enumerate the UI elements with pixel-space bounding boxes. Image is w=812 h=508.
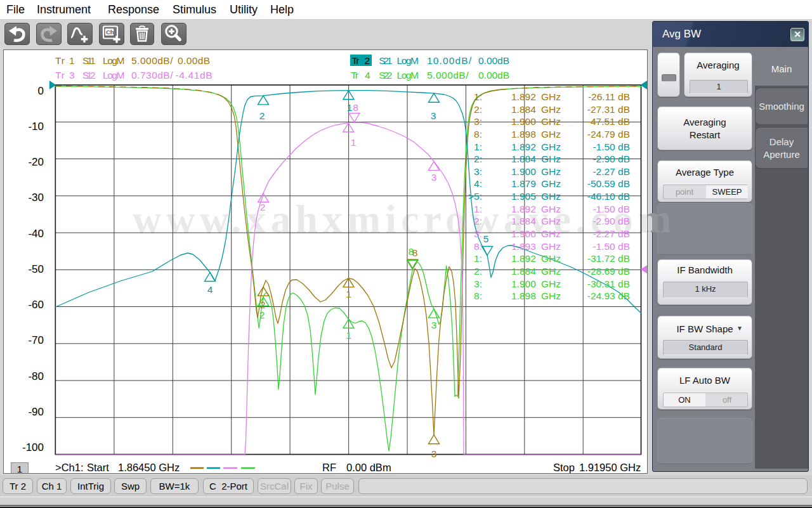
svg-text:Ch: Ch — [106, 29, 114, 36]
